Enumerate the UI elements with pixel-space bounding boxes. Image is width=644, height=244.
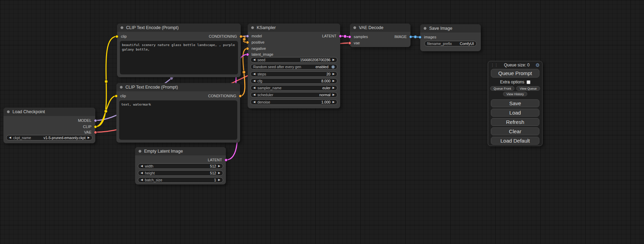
widget-cfg[interactable]: ◀ cfg 8.000 ▶ xyxy=(250,78,337,84)
node-vae-decode[interactable]: VAE Decode samples vae IMAGE xyxy=(350,24,411,47)
output-port-latent[interactable]: LATENT xyxy=(322,34,342,38)
port-dot-clip[interactable] xyxy=(94,125,97,128)
widget-ckpt-name[interactable]: ◀ ckpt_name v1-5-pruned-emaonly.ckpt ▶ xyxy=(6,135,92,141)
node-status-dot-icon xyxy=(353,26,356,29)
increment-arrow-icon[interactable]: ▶ xyxy=(218,178,220,182)
input-port-positive[interactable]: positive xyxy=(246,40,264,45)
node-load-checkpoint[interactable]: Load Checkpoint MODEL CLIP VAE ◀ ckpt_na… xyxy=(3,108,95,143)
widget-steps[interactable]: ◀ steps 20 ▶ xyxy=(250,71,337,77)
widget-seed[interactable]: ◀ seed 156680208700286 ▶ xyxy=(250,57,337,63)
load-default-button[interactable]: Load Default xyxy=(491,137,539,145)
port-dot-clip[interactable] xyxy=(115,35,118,38)
increment-arrow-icon[interactable]: ▶ xyxy=(333,100,335,105)
widget-random-seed-toggle[interactable]: Random seed after every gen enabled xyxy=(250,64,337,70)
widget-filename-prefix[interactable]: filename_prefix ComfyUI xyxy=(424,41,477,46)
increment-arrow-icon[interactable]: ▶ xyxy=(218,171,220,175)
port-dot-latent[interactable] xyxy=(246,53,249,56)
input-port-latent-image[interactable]: latent_image xyxy=(246,52,273,57)
increment-arrow-icon[interactable]: ▶ xyxy=(88,135,90,140)
settings-gear-icon[interactable]: ⚙ xyxy=(535,62,540,68)
drag-handle-icon[interactable]: ⋮⋮ xyxy=(491,63,498,67)
widget-height[interactable]: ◀ height 512 ▶ xyxy=(138,170,223,176)
port-dot-conditioning[interactable] xyxy=(239,35,242,38)
node-title: CLIP Text Encode (Prompt) xyxy=(125,85,178,90)
input-port-vae[interactable]: vae xyxy=(348,40,360,45)
port-label: clip xyxy=(120,94,126,98)
decrement-arrow-icon[interactable]: ◀ xyxy=(141,164,143,169)
output-port-clip[interactable]: CLIP xyxy=(83,124,97,129)
load-button[interactable]: Load xyxy=(491,109,539,117)
decrement-arrow-icon[interactable]: ◀ xyxy=(141,178,143,182)
queue-prompt-button[interactable]: Queue Prompt xyxy=(491,69,539,78)
port-dot-conditioning[interactable] xyxy=(239,94,242,98)
port-dot-image[interactable] xyxy=(418,36,422,39)
port-dot-conditioning[interactable] xyxy=(246,41,249,44)
port-dot-latent[interactable] xyxy=(348,35,351,38)
node-ksampler[interactable]: KSampler model positive negative latent_… xyxy=(248,24,340,108)
input-port-images[interactable]: images xyxy=(418,35,436,39)
increment-arrow-icon[interactable]: ▶ xyxy=(333,92,335,97)
decrement-arrow-icon[interactable]: ◀ xyxy=(253,57,255,62)
node-save-image[interactable]: Save Image images filename_prefix ComfyU… xyxy=(420,24,481,51)
decrement-arrow-icon[interactable]: ◀ xyxy=(9,135,11,140)
increment-arrow-icon[interactable]: ▶ xyxy=(333,79,335,83)
queue-front-button[interactable]: Queue Front xyxy=(490,86,515,91)
widget-label: scheduler xyxy=(257,93,273,97)
node-status-dot-icon xyxy=(138,150,142,153)
decrement-arrow-icon[interactable]: ◀ xyxy=(253,72,255,76)
widget-scheduler[interactable]: ◀ scheduler normal ▶ xyxy=(250,92,337,98)
port-label: IMAGE xyxy=(395,35,407,39)
port-dot-model[interactable] xyxy=(94,119,97,122)
comfy-menu-panel: ⋮⋮ Queue size: 0 ⚙ Queue Prompt Extra op… xyxy=(488,61,542,146)
prompt-textarea[interactable]: beautiful scenery nature glass bottle la… xyxy=(120,41,238,74)
clear-button[interactable]: Clear xyxy=(491,127,539,135)
decrement-arrow-icon[interactable]: ◀ xyxy=(253,92,255,97)
decrement-arrow-icon[interactable]: ◀ xyxy=(253,100,255,105)
increment-arrow-icon[interactable]: ▶ xyxy=(333,85,335,90)
increment-arrow-icon[interactable]: ▶ xyxy=(333,72,335,76)
node-clip-text-encode-negative[interactable]: CLIP Text Encode (Prompt) clip CONDITION… xyxy=(116,83,240,143)
save-button[interactable]: Save xyxy=(491,99,539,107)
decrement-arrow-icon[interactable]: ◀ xyxy=(141,171,143,175)
port-dot-clip[interactable] xyxy=(115,94,118,98)
port-label: CLIP xyxy=(83,125,91,129)
node-clip-text-encode-positive[interactable]: CLIP Text Encode (Prompt) clip CONDITION… xyxy=(117,24,241,77)
port-dot-conditioning[interactable] xyxy=(246,47,249,50)
port-dot-vae[interactable] xyxy=(348,42,351,45)
port-dot-image[interactable] xyxy=(409,35,412,38)
input-port-model[interactable]: model xyxy=(246,34,262,38)
view-history-button[interactable]: View History xyxy=(503,92,527,96)
extra-options-checkbox[interactable] xyxy=(527,80,530,84)
toggle-knob-icon[interactable] xyxy=(332,65,335,69)
input-port-negative[interactable]: negative xyxy=(246,46,266,51)
prompt-textarea[interactable]: text, watermark xyxy=(119,100,237,140)
output-port-vae[interactable]: VAE xyxy=(84,130,97,135)
widget-label: width xyxy=(145,164,153,168)
output-port-latent[interactable]: LATENT xyxy=(208,157,228,162)
output-port-conditioning[interactable]: CONDITIONING xyxy=(209,34,242,39)
node-title: Load Checkpoint xyxy=(12,109,45,114)
view-queue-button[interactable]: View Queue xyxy=(516,86,540,91)
refresh-button[interactable]: Refresh xyxy=(491,118,539,126)
node-empty-latent-image[interactable]: Empty Latent Image LATENT ◀ width 512 ▶ … xyxy=(135,147,226,184)
decrement-arrow-icon[interactable]: ◀ xyxy=(253,85,255,90)
output-port-conditioning[interactable]: CONDITIONING xyxy=(208,93,242,98)
output-port-image[interactable]: IMAGE xyxy=(395,34,412,39)
input-port-samples[interactable]: samples xyxy=(348,34,368,39)
decrement-arrow-icon[interactable]: ◀ xyxy=(253,79,255,83)
output-port-model[interactable]: MODEL xyxy=(78,118,97,123)
widget-denoise[interactable]: ◀ denoise 1.000 ▶ xyxy=(250,99,337,105)
increment-arrow-icon[interactable]: ▶ xyxy=(218,164,220,169)
widget-batch-size[interactable]: ◀ batch_size 1 ▶ xyxy=(138,177,223,183)
widget-sampler-name[interactable]: ◀ sampler_name euler ▶ xyxy=(250,85,337,91)
node-title: VAE Decode xyxy=(359,25,383,30)
port-dot-latent[interactable] xyxy=(339,35,342,38)
input-port-clip[interactable]: clip xyxy=(115,34,127,39)
input-port-clip[interactable]: clip xyxy=(115,93,126,98)
port-dot-model[interactable] xyxy=(246,35,249,38)
widget-value: normal xyxy=(319,93,330,97)
increment-arrow-icon[interactable]: ▶ xyxy=(333,57,335,62)
port-dot-latent[interactable] xyxy=(224,159,228,162)
port-dot-vae[interactable] xyxy=(94,131,97,134)
widget-width[interactable]: ◀ width 512 ▶ xyxy=(138,163,223,169)
